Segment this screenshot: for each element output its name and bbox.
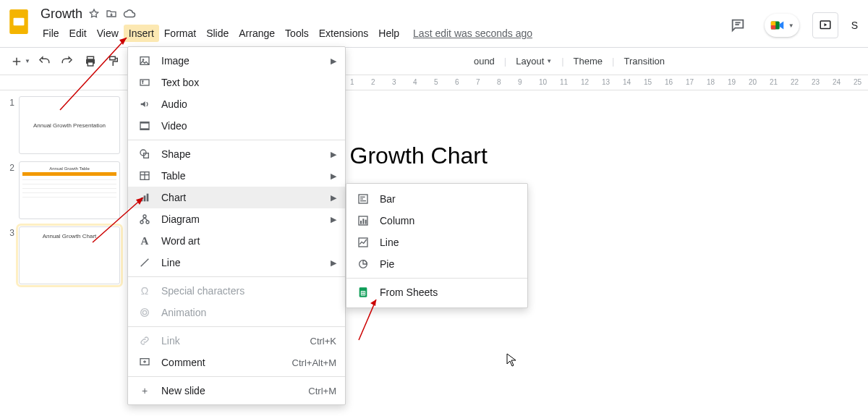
menu-help[interactable]: Help xyxy=(373,25,404,42)
ruler-tick: 24 xyxy=(833,78,841,86)
shape-icon xyxy=(138,148,151,160)
svg-rect-1 xyxy=(14,18,25,26)
pie-chart-icon xyxy=(357,258,370,270)
line-chart-icon xyxy=(357,237,370,248)
comments-button[interactable] xyxy=(724,12,752,39)
chevron-down-icon[interactable]: ▼ xyxy=(25,58,30,64)
layout-dropdown[interactable]: Layout▼ xyxy=(509,53,558,69)
insert-new-slide[interactable]: +New slideCtrl+M xyxy=(128,380,345,402)
menu-bar: File Edit View Insert Format Slide Arran… xyxy=(38,23,724,43)
svg-rect-12 xyxy=(87,56,93,59)
comment-icon xyxy=(138,357,151,368)
share-button-fragment[interactable]: S xyxy=(851,20,858,31)
slide-number: 3 xyxy=(6,226,14,284)
chart-pie[interactable]: Pie xyxy=(346,253,527,275)
svg-marker-9 xyxy=(824,23,827,27)
menu-insert[interactable]: Insert xyxy=(124,25,159,42)
svg-point-39 xyxy=(142,310,146,314)
star-icon[interactable] xyxy=(88,8,100,20)
insert-comment[interactable]: CommentCtrl+Alt+M xyxy=(128,352,345,373)
horizontal-ruler[interactable]: 1 2 3 4 5 6 7 8 9 10 11 12 13 14 15 16 1… xyxy=(346,75,868,90)
audio-icon xyxy=(138,98,151,110)
ruler-tick: 14 xyxy=(623,78,631,86)
menu-slide[interactable]: Slide xyxy=(201,25,234,42)
transition-button[interactable]: Transition xyxy=(617,53,671,69)
chart-bar[interactable]: Bar xyxy=(346,188,527,210)
ruler-tick: 22 xyxy=(791,78,799,86)
chart-line[interactable]: Line xyxy=(346,232,527,253)
thumb-row-3[interactable]: 3 Annual Growth Chart xyxy=(6,226,120,284)
app-header: Growth File Edit View Insert Format Slid… xyxy=(0,0,868,47)
slides-logo[interactable] xyxy=(6,4,32,39)
menu-file[interactable]: File xyxy=(38,25,64,42)
paint-format-button[interactable] xyxy=(104,52,123,71)
background-partial[interactable]: ound xyxy=(467,53,501,69)
ruler-tick: 19 xyxy=(728,78,736,86)
ruler-tick: 7 xyxy=(476,78,480,86)
insert-image[interactable]: Image▶ xyxy=(128,50,345,72)
svg-rect-31 xyxy=(147,194,149,202)
menu-format[interactable]: Format xyxy=(159,25,201,42)
chart-from-sheets[interactable]: From Sheets xyxy=(346,281,527,303)
svg-marker-5 xyxy=(779,22,783,30)
ruler-tick: 2 xyxy=(371,78,375,86)
redo-button[interactable] xyxy=(58,52,77,71)
textbox-icon xyxy=(138,77,151,88)
menu-view[interactable]: View xyxy=(92,25,124,42)
insert-table[interactable]: Table▶ xyxy=(128,165,345,187)
thumb-row-1[interactable]: 1 Annual Growth Presentation xyxy=(6,96,120,154)
insert-textbox[interactable]: Text box xyxy=(128,72,345,93)
menu-arrange[interactable]: Arrange xyxy=(234,25,280,42)
chevron-right-icon: ▶ xyxy=(331,215,336,224)
theme-button[interactable]: Theme xyxy=(567,53,609,69)
slide-thumbnail[interactable]: Annual Growth Chart xyxy=(19,226,120,284)
print-button[interactable] xyxy=(81,52,100,71)
document-title[interactable]: Growth xyxy=(41,7,82,22)
svg-rect-23 xyxy=(140,128,149,130)
move-icon[interactable] xyxy=(106,8,117,20)
insert-video[interactable]: Video xyxy=(128,115,345,137)
insert-chart[interactable]: Chart▶ xyxy=(128,187,345,208)
menu-extensions[interactable]: Extensions xyxy=(314,25,373,42)
svg-rect-14 xyxy=(88,61,93,65)
new-slide-button[interactable] xyxy=(7,52,26,71)
insert-diagram[interactable]: Diagram▶ xyxy=(128,208,345,230)
svg-rect-15 xyxy=(110,56,116,60)
svg-line-36 xyxy=(145,218,148,221)
plus-icon: + xyxy=(138,385,151,396)
thumb-row-2[interactable]: 2 Annual Growth Table xyxy=(6,161,120,219)
ruler-tick: 17 xyxy=(686,78,694,86)
undo-button[interactable] xyxy=(35,52,54,71)
insert-shape[interactable]: Shape▶ xyxy=(128,143,345,165)
menu-edit[interactable]: Edit xyxy=(64,25,92,42)
ruler-tick: 13 xyxy=(602,78,610,86)
table-icon xyxy=(138,170,151,182)
ruler-tick: 16 xyxy=(665,78,673,86)
insert-audio[interactable]: Audio xyxy=(128,93,345,115)
chart-submenu: Bar Column Line Pie From Sheets xyxy=(346,183,528,308)
ruler-tick: 3 xyxy=(392,78,396,86)
svg-rect-50 xyxy=(365,220,367,224)
insert-dropdown-menu: Image▶ Text box Audio Video Shape▶ Table… xyxy=(127,46,346,405)
menu-tools[interactable]: Tools xyxy=(280,25,314,42)
insert-line[interactable]: Line▶ xyxy=(128,252,345,273)
header-main: Growth File Edit View Insert Format Slid… xyxy=(38,4,724,43)
svg-rect-6 xyxy=(771,22,775,26)
ruler-tick: 9 xyxy=(518,78,522,86)
chart-column[interactable]: Column xyxy=(346,210,527,232)
slide-thumbnail[interactable]: Annual Growth Presentation xyxy=(19,96,120,154)
toolbar-right: ound | Layout▼ | Theme | Transition xyxy=(467,53,671,69)
meet-button[interactable]: ▼ xyxy=(765,14,799,37)
ruler-tick: 1 xyxy=(350,78,354,86)
last-edit-link[interactable]: Last edit was seconds ago xyxy=(413,27,532,39)
column-chart-icon xyxy=(357,215,370,226)
insert-wordart[interactable]: AWord art xyxy=(128,230,345,252)
ruler-tick: 8 xyxy=(497,78,501,86)
ruler-tick: 18 xyxy=(707,78,715,86)
slide-thumbnail[interactable]: Annual Growth Table xyxy=(19,161,120,219)
present-button[interactable] xyxy=(812,12,838,38)
ruler-tick: 5 xyxy=(434,78,438,86)
cloud-status-icon[interactable] xyxy=(123,7,136,20)
svg-point-17 xyxy=(142,59,145,61)
ruler-tick: 4 xyxy=(413,78,417,86)
